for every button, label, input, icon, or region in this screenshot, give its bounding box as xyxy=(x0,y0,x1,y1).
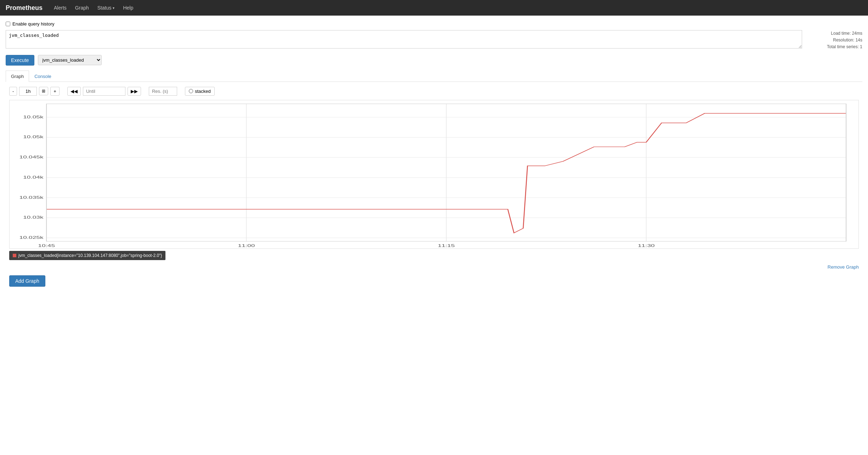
legend-series-label: jvm_classes_loaded{instance="10.139.104.… xyxy=(18,253,162,258)
tab-console[interactable]: Console xyxy=(29,71,57,82)
nav-help[interactable]: Help xyxy=(119,0,137,16)
add-graph-row: Add Graph xyxy=(6,272,862,290)
graph-controls: - ⊞ + ◀◀ ▶▶ stacked xyxy=(6,87,862,96)
query-history-label: Enable query history xyxy=(12,21,55,27)
step-forward-button[interactable]: ▶▶ xyxy=(128,87,141,96)
resolution: Resolution: 14s xyxy=(806,37,862,44)
x-label-3: 11:15 xyxy=(438,243,455,248)
tabs-row: Graph Console xyxy=(6,71,862,82)
time-range-input[interactable] xyxy=(19,87,37,96)
x-label-1: 10:45 xyxy=(38,243,55,248)
brand: Prometheus xyxy=(6,4,43,12)
zoom-in-button[interactable]: + xyxy=(50,87,60,96)
stacked-circle-icon xyxy=(189,89,193,93)
graph-area: 10.025k 10.03k 10.035k 10.04k 10.045k 10… xyxy=(9,100,859,249)
execute-button[interactable]: Execute xyxy=(6,55,34,66)
query-meta: Load time: 24ms Resolution: 14s Total ti… xyxy=(806,30,862,51)
y-label-3: 10.035k xyxy=(19,195,44,199)
zoom-out-button[interactable]: - xyxy=(9,87,17,96)
query-history-checkbox[interactable] xyxy=(6,22,10,26)
add-graph-button[interactable]: Add Graph xyxy=(9,275,45,287)
tab-graph[interactable]: Graph xyxy=(6,71,29,82)
query-section: jvm_classes_loaded Load time: 24ms Resol… xyxy=(6,30,862,51)
stacked-button[interactable]: stacked xyxy=(185,87,215,96)
metric-select[interactable]: jvm_classes_loaded xyxy=(38,55,102,65)
bottom-row: Remove Graph xyxy=(6,260,862,272)
chevron-down-icon: ▾ xyxy=(113,6,114,10)
y-label-1: 10.025k xyxy=(19,235,44,240)
nav-alerts[interactable]: Alerts xyxy=(50,0,71,16)
x-label-2: 11:00 xyxy=(238,243,255,248)
nav-status[interactable]: Status ▾ xyxy=(93,0,119,16)
y-label-7: 10.05k xyxy=(23,114,44,119)
legend-box: jvm_classes_loaded{instance="10.139.104.… xyxy=(9,251,165,260)
y-label-5: 10.045k xyxy=(19,155,44,159)
step-back-button[interactable]: ◀◀ xyxy=(67,87,81,96)
nav-graph[interactable]: Graph xyxy=(71,0,93,16)
calendar-button[interactable]: ⊞ xyxy=(39,87,48,95)
main-content: Enable query history jvm_classes_loaded … xyxy=(0,16,868,455)
legend-color-indicator xyxy=(13,254,16,257)
load-time: Load time: 24ms xyxy=(806,30,862,37)
res-input[interactable] xyxy=(149,87,177,96)
remove-graph-button[interactable]: Remove Graph xyxy=(828,264,859,270)
query-input[interactable]: jvm_classes_loaded xyxy=(6,30,802,49)
x-label-4: 11:30 xyxy=(638,243,655,248)
until-input[interactable] xyxy=(83,87,125,96)
stacked-label: stacked xyxy=(195,89,211,94)
execute-row: Execute jvm_classes_loaded xyxy=(6,55,862,66)
navbar: Prometheus Alerts Graph Status ▾ Help xyxy=(0,0,868,16)
y-label-2: 10.03k xyxy=(23,215,44,219)
total-series: Total time series: 1 xyxy=(806,44,862,50)
graph-svg: 10.025k 10.03k 10.035k 10.04k 10.045k 10… xyxy=(10,100,858,248)
y-label-6: 10.05k xyxy=(23,135,44,139)
y-label-4: 10.04k xyxy=(23,175,44,179)
query-history-row: Enable query history xyxy=(6,21,862,27)
